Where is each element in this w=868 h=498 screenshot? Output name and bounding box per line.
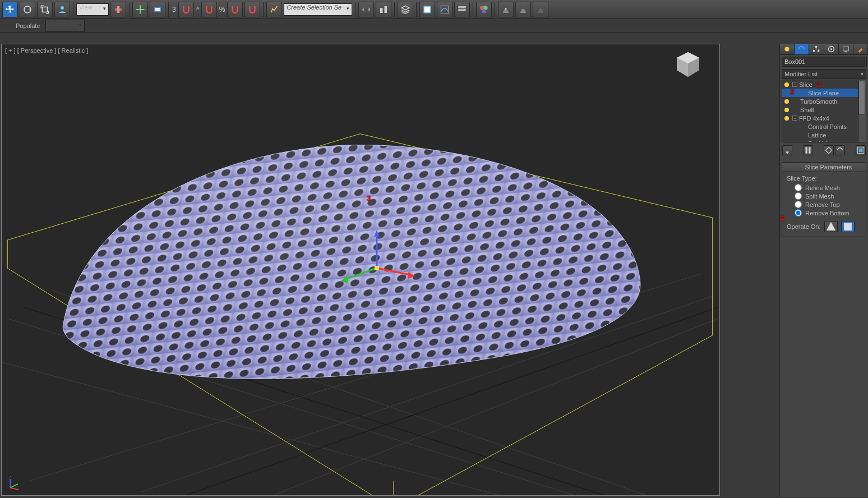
stack-item-label: Shell xyxy=(800,107,814,113)
svg-rect-6 xyxy=(155,8,160,11)
modifier-list-dropdown[interactable]: Modifier List xyxy=(782,69,866,79)
stack-row-slice[interactable]: -Slice xyxy=(782,80,866,89)
scene-explorer-button[interactable] xyxy=(419,2,435,17)
visibility-bulb-icon[interactable] xyxy=(784,116,789,121)
slice-type-remove-bottom[interactable]: Remove Bottom xyxy=(795,209,861,216)
slice-type-remove-top[interactable]: Remove Top xyxy=(795,201,861,208)
spinner-snap-button[interactable] xyxy=(244,2,260,17)
hierarchy-tab[interactable] xyxy=(809,44,824,54)
select-move-button[interactable] xyxy=(2,2,18,17)
select-scale-button[interactable] xyxy=(37,2,53,17)
slice-type-label: Slice Type: xyxy=(787,175,861,182)
stack-row-control-points[interactable]: Control Points xyxy=(782,122,866,131)
configure-sets-button[interactable] xyxy=(856,145,866,155)
toolbar-separator xyxy=(394,2,395,17)
create-tab[interactable] xyxy=(780,44,795,54)
keyboard-shortcut-button[interactable] xyxy=(150,2,165,17)
svg-rect-54 xyxy=(843,47,848,50)
toolbar-separator xyxy=(416,2,417,17)
operate-on-poly-button[interactable] xyxy=(841,221,855,232)
svg-line-46 xyxy=(10,484,18,488)
svg-rect-10 xyxy=(424,6,431,12)
view-cube[interactable] xyxy=(673,50,703,79)
curve-editor-button[interactable] xyxy=(437,2,453,17)
select-place-button[interactable] xyxy=(54,2,70,17)
percent-snap-button[interactable] xyxy=(227,2,243,17)
populate-label: Populate xyxy=(16,22,40,29)
stack-item-label: Set Volume xyxy=(808,140,839,143)
slice-type-split-mesh[interactable]: Split Mesh xyxy=(795,192,861,200)
stack-row-shell[interactable]: Shell xyxy=(782,105,866,114)
radio-input[interactable] xyxy=(795,184,802,191)
reference-coord-dropdown[interactable]: View xyxy=(76,3,109,16)
select-rotate-button[interactable] xyxy=(20,2,35,17)
use-pivot-button[interactable] xyxy=(110,2,126,17)
modifier-list-label: Modifier List xyxy=(784,71,818,77)
layer-manager-button[interactable] xyxy=(398,2,413,17)
render-frame-button[interactable] xyxy=(515,2,531,17)
render-setup-button[interactable] xyxy=(498,2,514,17)
remove-modifier-button[interactable] xyxy=(835,145,845,155)
visibility-bulb-icon[interactable] xyxy=(784,82,789,87)
stack-scroll-thumb[interactable] xyxy=(858,81,865,114)
rollout-title: Slice Parameters xyxy=(795,164,862,170)
radio-input[interactable] xyxy=(795,209,802,216)
rollout-header[interactable]: - Slice Parameters xyxy=(782,163,866,172)
radio-label: Remove Top xyxy=(805,201,840,208)
angle-snap-button[interactable] xyxy=(201,2,217,17)
edit-named-sel-button[interactable] xyxy=(266,2,282,17)
modifier-stack[interactable]: -SliceSlice PlaneTurboSmoothShell-FFD 4x… xyxy=(782,80,866,142)
object-color-swatch[interactable] xyxy=(866,57,867,67)
stack-item-label: Slice xyxy=(799,81,812,88)
stack-row-slice-plane[interactable]: Slice Plane xyxy=(782,89,866,97)
utilities-tab[interactable] xyxy=(853,44,868,54)
operate-on-faces-button[interactable] xyxy=(824,221,838,232)
radio-input[interactable] xyxy=(795,192,802,200)
schematic-view-button[interactable] xyxy=(454,2,470,17)
radio-label: Split Mesh xyxy=(805,193,834,200)
modify-tab[interactable] xyxy=(795,44,809,54)
visibility-bulb-icon[interactable] xyxy=(784,108,789,112)
svg-rect-12 xyxy=(458,6,466,8)
perspective-viewport[interactable]: [ + ] [ Perspective ] [ Realistic ] xyxy=(1,44,720,496)
populate-dropdown[interactable] xyxy=(45,20,85,32)
select-manipulate-button[interactable] xyxy=(132,2,148,17)
toolbar-separator xyxy=(355,2,355,17)
expand-icon[interactable]: - xyxy=(792,116,797,121)
svg-rect-7 xyxy=(380,8,383,13)
radio-input[interactable] xyxy=(795,201,802,208)
motion-tab[interactable] xyxy=(824,44,839,54)
svg-rect-61 xyxy=(844,223,852,230)
stack-row-turbosmooth[interactable]: TurboSmooth xyxy=(782,97,866,105)
material-editor-button[interactable] xyxy=(476,2,492,17)
make-unique-button[interactable] xyxy=(824,145,834,155)
display-tab[interactable] xyxy=(839,44,853,54)
named-selection-set-dropdown[interactable]: Create Selection Se xyxy=(284,3,352,16)
object-name-input[interactable] xyxy=(782,57,865,67)
svg-point-16 xyxy=(482,9,486,13)
mirror-button[interactable] xyxy=(358,2,374,17)
svg-marker-60 xyxy=(826,222,835,230)
toolbar-separator xyxy=(129,2,130,17)
toolbar-separator xyxy=(473,2,473,17)
dropdown-value: Create Selection Se xyxy=(287,4,341,11)
show-end-result-button[interactable] xyxy=(803,145,813,155)
snap-number-label: 3 xyxy=(172,6,176,13)
stack-row-set-volume[interactable]: Set Volume xyxy=(782,139,866,142)
expand-icon[interactable]: - xyxy=(792,82,797,87)
percent-snap-label: % xyxy=(219,6,225,13)
stack-item-label: TurboSmooth xyxy=(800,98,837,105)
visibility-bulb-icon[interactable] xyxy=(784,99,789,104)
stack-row-lattice[interactable]: Lattice xyxy=(782,131,866,139)
slice-type-refine-mesh[interactable]: Refine Mesh xyxy=(795,184,861,191)
svg-rect-39 xyxy=(375,266,379,270)
radio-label: Remove Bottom xyxy=(805,210,849,216)
stack-row-ffd-4x4x4[interactable]: -FFD 4x4x4 xyxy=(782,114,866,122)
render-button[interactable] xyxy=(533,2,548,17)
main-toolbar: View 3 ᴬ % Create Selection Se xyxy=(0,0,868,19)
svg-rect-13 xyxy=(458,9,466,11)
align-button[interactable] xyxy=(376,2,391,17)
snap-toggle-button[interactable] xyxy=(178,2,194,17)
stack-scrollbar[interactable] xyxy=(858,80,866,142)
pin-stack-button[interactable] xyxy=(782,145,792,155)
